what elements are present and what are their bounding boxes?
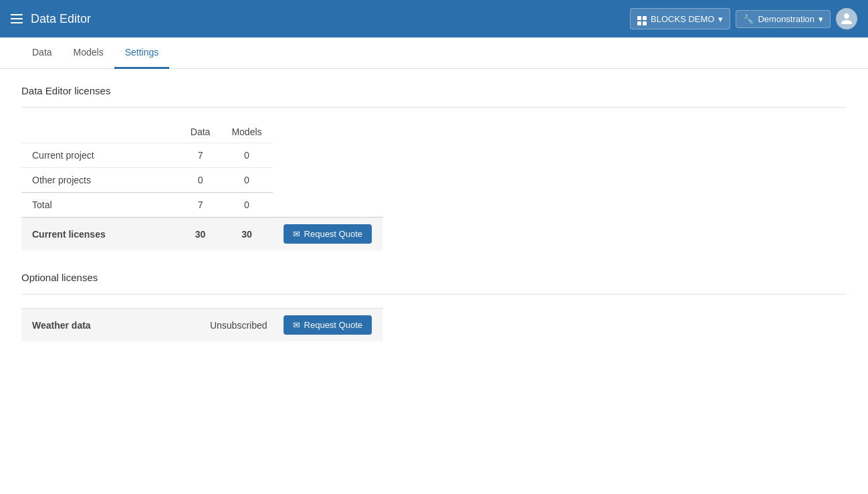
- table-row: Other projects 0 0: [21, 168, 383, 193]
- request-quote-button-weather[interactable]: ✉ Request Quote: [284, 315, 372, 335]
- chevron-down-icon: ▾: [718, 14, 723, 24]
- tab-models[interactable]: Models: [63, 37, 114, 69]
- user-avatar[interactable]: [836, 8, 857, 29]
- row-label: Total: [21, 193, 180, 218]
- blocks-icon: [637, 12, 647, 25]
- table-header-row: Data Models: [21, 121, 383, 143]
- weather-label: Weather data: [21, 309, 199, 342]
- row-models: 0: [221, 168, 272, 193]
- col-header-empty: [21, 121, 180, 143]
- licenses-divider: [21, 107, 847, 108]
- optional-licenses-table: Weather data Unsubscribed ✉ Request Quot…: [21, 308, 383, 341]
- current-licenses-label: Current licenses: [21, 218, 180, 251]
- request-quote-button-licenses[interactable]: ✉ Request Quote: [284, 224, 372, 244]
- row-models: 0: [221, 193, 272, 218]
- table-row-weather: Weather data Unsubscribed ✉ Request Quot…: [21, 309, 383, 342]
- current-licenses-models: 30: [221, 218, 272, 251]
- weather-status: Unsubscribed: [199, 309, 278, 342]
- table-row-current-licenses: Current licenses 30 30 ✉ Request Quote: [21, 218, 383, 251]
- optional-divider: [21, 294, 847, 295]
- header-left: Data Editor: [11, 12, 630, 26]
- tab-nav: Data Models Settings: [0, 37, 868, 69]
- row-label: Current project: [21, 143, 180, 168]
- request-quote-label: Request Quote: [304, 229, 362, 239]
- row-models: 0: [221, 143, 272, 168]
- current-licenses-action: ✉ Request Quote: [273, 218, 383, 251]
- col-header-data: Data: [180, 121, 221, 143]
- app-title: Data Editor: [31, 12, 91, 26]
- envelope-icon-weather: ✉: [293, 320, 300, 330]
- weather-action: ✉ Request Quote: [278, 309, 383, 342]
- demonstration-label: Demonstration: [758, 14, 815, 24]
- row-data: 7: [180, 143, 221, 168]
- table-row: Current project 7 0: [21, 143, 383, 168]
- row-data: 0: [180, 168, 221, 193]
- hamburger-menu-icon[interactable]: [11, 14, 23, 23]
- optional-licenses-section: Optional licenses Weather data Unsubscri…: [21, 272, 847, 341]
- header-right: BLOCKS DEMO ▾ 🔧 Demonstration ▾: [630, 8, 857, 29]
- table-row-total: Total 7 0: [21, 193, 383, 218]
- licenses-section: Data Editor licenses Data Models Current…: [21, 85, 847, 250]
- licenses-table: Data Models Current project 7 0 Other pr…: [21, 121, 383, 250]
- main-content: Data Editor licenses Data Models Current…: [0, 69, 868, 357]
- row-data: 7: [180, 193, 221, 218]
- blocks-demo-label: BLOCKS DEMO: [651, 14, 714, 24]
- blocks-demo-button[interactable]: BLOCKS DEMO ▾: [630, 8, 730, 29]
- tab-data[interactable]: Data: [21, 37, 63, 69]
- request-quote-weather-label: Request Quote: [304, 320, 362, 330]
- chevron-down-icon-demo: ▾: [819, 14, 823, 24]
- app-header: Data Editor BLOCKS DEMO ▾ 🔧 Demonstratio…: [0, 0, 868, 37]
- tab-settings[interactable]: Settings: [114, 37, 170, 69]
- demonstration-button[interactable]: 🔧 Demonstration ▾: [736, 10, 831, 28]
- current-licenses-data: 30: [180, 218, 221, 251]
- wrench-icon: 🔧: [743, 14, 754, 24]
- row-label: Other projects: [21, 168, 180, 193]
- envelope-icon: ✉: [293, 229, 300, 239]
- optional-section-title: Optional licenses: [21, 272, 847, 283]
- licenses-section-title: Data Editor licenses: [21, 85, 847, 96]
- col-header-models: Models: [221, 121, 272, 143]
